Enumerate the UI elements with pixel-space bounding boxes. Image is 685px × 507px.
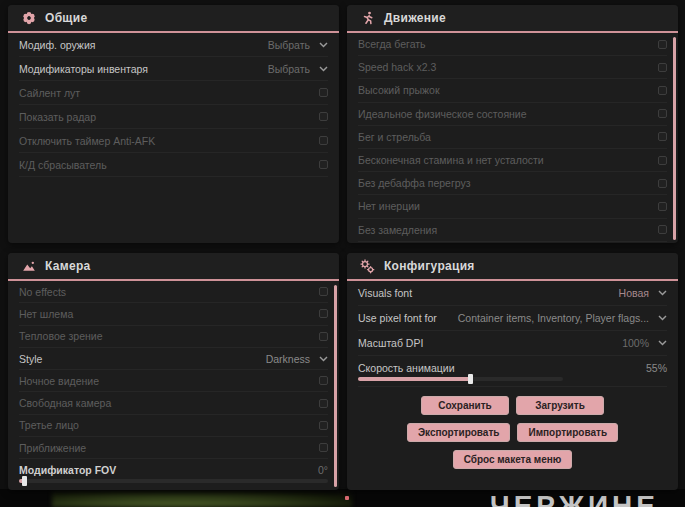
checkbox[interactable] [658,109,667,118]
panel-camera-header[interactable]: Камера [8,253,339,281]
row-free-camera[interactable]: Свободная камера [19,392,328,414]
row-label: Отключить таймер Anti-AFK [19,135,155,147]
flower-icon [21,11,36,26]
row-high-jump[interactable]: Высокий прыжок [358,79,667,102]
panel-title: Камера [45,259,91,273]
checkbox[interactable] [319,399,328,408]
pixel-font-select[interactable]: Container items, Inventory, Player flags… [458,312,667,324]
row-infinite-stamina[interactable]: Бесконечная стамина и нет усталости [358,149,667,172]
reset-menu-layout-button[interactable]: Сброс макета меню [453,450,573,469]
scrollbar[interactable] [334,285,337,487]
row-visuals-font[interactable]: Visuals font Новая [358,281,667,306]
fov-slider[interactable] [19,479,328,483]
checkbox[interactable] [658,63,667,72]
checkbox[interactable] [319,332,328,341]
row-label: Третье лицо [19,419,79,431]
row-weapon-mod[interactable]: Модиф. оружия Выбрать [19,33,328,57]
checkbox[interactable] [319,376,328,385]
pink-speck [345,496,349,500]
panel-title: Общие [45,11,87,25]
row-label: Бег и стрельба [358,131,431,143]
row-label: Свободная камера [19,397,111,409]
style-select[interactable]: Darkness [266,353,328,365]
row-no-inertia[interactable]: Нет инерции [358,195,667,218]
row-label: Без дебаффа перегруз [358,177,471,189]
row-run-and-shoot[interactable]: Бег и стрельба [358,126,667,149]
row-perfect-physical-condition[interactable]: Идеальное физическое состояние [358,103,667,126]
panel-config-header[interactable]: Конфигурация [347,253,678,281]
row-cooldown-reset[interactable]: К/Д сбрасыватель [19,153,328,177]
gears-icon [360,259,375,274]
row-pixel-font-targets[interactable]: Use pixel font for Container items, Inve… [358,306,667,331]
config-buttons: Сохранить Загрузить Экспортировать Импор… [358,396,667,469]
dpi-scale-select[interactable]: 100% [622,337,667,349]
row-label: Visuals font [358,287,412,299]
row-disable-antiafk-timer[interactable]: Отключить таймер Anti-AFK [19,129,328,153]
chevron-down-icon [658,290,667,296]
row-silent-loot[interactable]: Сайлент лут [19,81,328,105]
chevron-down-icon [319,42,328,48]
checkbox[interactable] [319,136,328,145]
row-label: Показать радар [19,111,96,123]
scrollbar[interactable] [673,37,676,240]
row-no-slowdown[interactable]: Без замедления [358,219,667,242]
row-thermal-vision[interactable]: Тепловое зрение [19,326,328,348]
animation-speed-slider[interactable] [358,377,563,381]
row-fov-modifier[interactable]: Модификатор FOV 0° [19,459,328,488]
row-label: К/Д сбрасыватель [19,159,107,171]
checkbox[interactable] [658,86,667,95]
row-animation-speed[interactable]: Скорость анимации 55% [358,356,667,387]
row-night-vision[interactable]: Ночное видение [19,370,328,392]
row-label: Бесконечная стамина и нет усталости [358,154,544,166]
checkbox[interactable] [658,202,667,211]
row-label: Ночное видение [19,375,99,387]
checkbox[interactable] [319,309,328,318]
checkbox[interactable] [658,40,667,49]
save-button[interactable]: Сохранить [421,396,509,415]
checkbox[interactable] [658,156,667,165]
visuals-font-select[interactable]: Новая [619,287,667,299]
row-label: Style [19,353,42,365]
slider-handle[interactable] [22,476,27,486]
row-label: Масштаб DPI [358,337,423,349]
checkbox[interactable] [319,88,328,97]
row-style[interactable]: Style Darkness [19,348,328,370]
row-dpi-scale[interactable]: Масштаб DPI 100% [358,331,667,356]
panel-grid: Общие Модиф. оружия Выбрать Модификаторы… [8,5,678,490]
chevron-down-icon [658,315,667,321]
fov-value: 0° [318,464,328,476]
checkbox[interactable] [319,287,328,296]
game-grass-background [52,492,352,507]
row-no-overload-debuff[interactable]: Без дебаффа перегруз [358,172,667,195]
panel-config: Конфигурация Visuals font Новая Use pixe… [347,253,678,490]
row-zoom[interactable]: Приближение [19,437,328,459]
panel-general-header[interactable]: Общие [8,5,339,33]
chevron-down-icon [658,340,667,346]
row-show-radar[interactable]: Показать радар [19,105,328,129]
slider-handle[interactable] [468,374,473,384]
row-no-helmet[interactable]: Нет шлема [19,303,328,325]
checkbox[interactable] [658,225,667,234]
load-button[interactable]: Загрузить [516,396,604,415]
checkbox[interactable] [319,112,328,121]
chevron-down-icon [319,66,328,72]
checkbox[interactable] [319,160,328,169]
import-button[interactable]: Импортировать [517,423,618,442]
checkbox[interactable] [658,132,667,141]
row-always-run[interactable]: Всегда бегать [358,33,667,56]
row-third-person[interactable]: Третье лицо [19,415,328,437]
row-label: Нет инерции [358,200,420,212]
weapon-mod-select[interactable]: Выбрать [268,39,328,51]
panel-movement-header[interactable]: Движение [347,5,678,33]
checkbox[interactable] [658,179,667,188]
export-button[interactable]: Экспортировать [407,423,511,442]
checkbox[interactable] [319,421,328,430]
row-label: Без замедления [358,224,437,236]
row-speed-hack[interactable]: Speed hack x2.3 [358,56,667,79]
panel-movement: Движение Всегда бегать Speed hack x2.3 В… [347,5,678,243]
checkbox[interactable] [319,443,328,452]
row-inventory-mods[interactable]: Модификаторы инвентаря Выбрать [19,57,328,81]
row-no-effects[interactable]: No effects [19,281,328,303]
row-label: Нет шлема [19,308,73,320]
inventory-mods-select[interactable]: Выбрать [268,63,328,75]
